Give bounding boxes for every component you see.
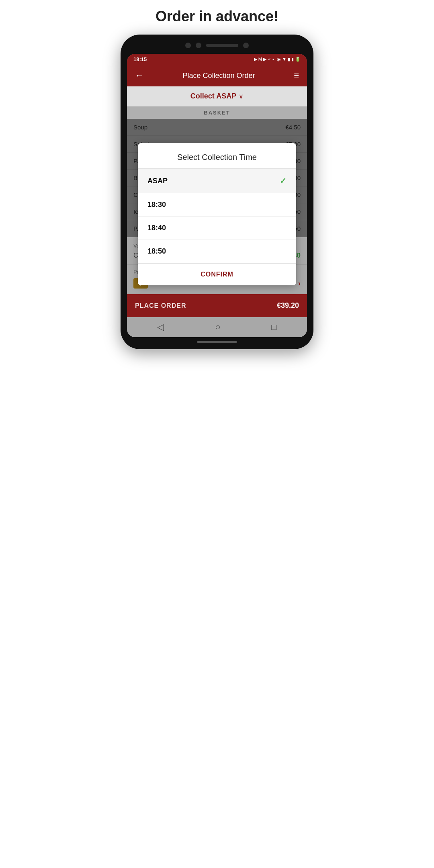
place-order-button[interactable]: PLACE ORDER €39.20 <box>127 294 307 317</box>
menu-button[interactable]: ≡ <box>294 70 299 81</box>
option-label-asap: ASAP <box>147 177 168 185</box>
speaker <box>206 44 238 47</box>
collect-asap-row[interactable]: Collect ASAP ∨ <box>127 86 307 106</box>
chevron-right-icon: › <box>298 279 301 288</box>
status-time: 18:15 <box>133 56 147 62</box>
phone-bottom <box>127 341 307 343</box>
modal-option-1840[interactable]: 18:40 <box>138 217 296 240</box>
nav-bar: ◁ ○ □ <box>127 317 307 337</box>
app-bar-title: Place Collection Order <box>183 72 255 80</box>
page-title: Order in advance! <box>156 8 278 25</box>
place-order-label: PLACE ORDER <box>135 302 186 309</box>
status-bar: 18:15 ▶ M ▶ ✓ • ◉ ▼ ▮ ▮ 🔋 <box>127 54 307 65</box>
chevron-down-icon: ∨ <box>239 92 244 100</box>
modal-option-asap[interactable]: ASAP ✓ <box>138 169 296 193</box>
phone-screen: 18:15 ▶ M ▶ ✓ • ◉ ▼ ▮ ▮ 🔋 ← Place Collec… <box>127 54 307 337</box>
option-label-1830: 18:30 <box>147 201 166 209</box>
app-bar: ← Place Collection Order ≡ <box>127 65 307 86</box>
modal-option-1830[interactable]: 18:30 <box>138 193 296 217</box>
modal-overlay: Select Collection Time ASAP ✓ 18:30 18:4… <box>127 119 307 237</box>
nav-back-icon[interactable]: ◁ <box>157 322 164 332</box>
nav-recent-icon[interactable]: □ <box>271 322 276 332</box>
phone-frame: 18:15 ▶ M ▶ ✓ • ◉ ▼ ▮ ▮ 🔋 ← Place Collec… <box>121 35 313 349</box>
modal-option-1850[interactable]: 18:50 <box>138 240 296 263</box>
modal-title: Select Collection Time <box>138 143 296 168</box>
camera-right <box>243 43 249 48</box>
option-label-1840: 18:40 <box>147 224 166 232</box>
camera-center <box>196 43 201 48</box>
confirm-button[interactable]: CONFIRM <box>138 263 296 285</box>
signal-icons: ◉ ▼ ▮ ▮ 🔋 <box>277 57 301 62</box>
collection-time-modal: Select Collection Time ASAP ✓ 18:30 18:4… <box>138 143 296 285</box>
back-button[interactable]: ← <box>135 70 144 81</box>
content-area: Soup €4.50 Salad €5.00 P... €...00 B... … <box>127 119 307 237</box>
status-icons: ▶ M ▶ ✓ • ◉ ▼ ▮ ▮ 🔋 <box>254 57 301 62</box>
basket-header: BASKET <box>127 106 307 119</box>
camera-left <box>185 43 191 48</box>
check-icon-asap: ✓ <box>280 176 287 186</box>
place-order-price: €39.20 <box>277 301 299 310</box>
collect-label: Collect ASAP <box>190 92 236 100</box>
nav-home-icon[interactable]: ○ <box>215 322 220 332</box>
notification-icons: ▶ M ▶ ✓ • <box>254 57 274 62</box>
home-indicator <box>197 341 237 343</box>
option-label-1850: 18:50 <box>147 247 166 256</box>
phone-top-bar <box>127 41 307 50</box>
